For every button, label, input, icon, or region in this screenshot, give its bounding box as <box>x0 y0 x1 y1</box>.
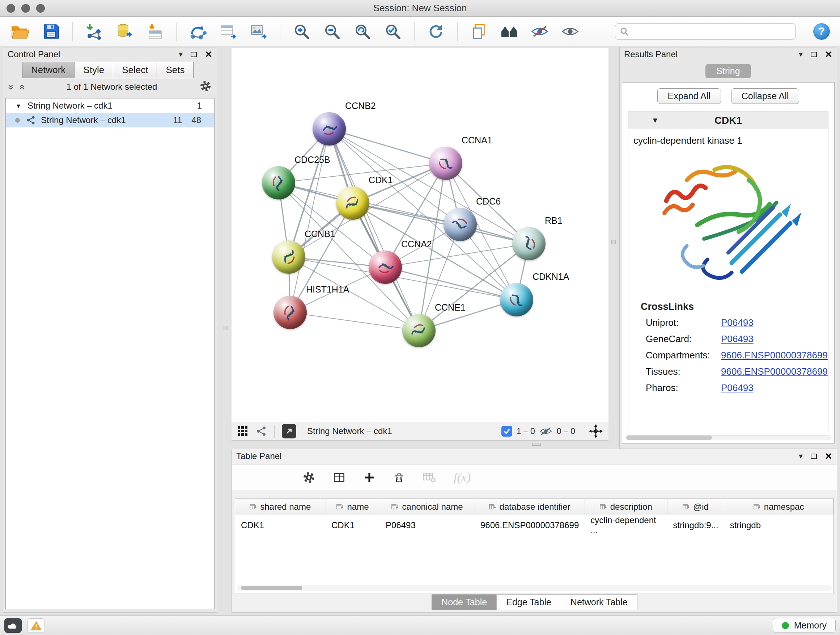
show-details-button[interactable] <box>559 20 581 43</box>
clone-network-button[interactable] <box>468 20 490 43</box>
open-session-button[interactable] <box>9 20 32 43</box>
tab-sets[interactable]: Sets <box>156 62 194 78</box>
network-node-HIST1H1A[interactable] <box>273 296 307 329</box>
column-header-canonical-name[interactable]: canonical name <box>380 499 475 515</box>
hide-details-button[interactable] <box>529 20 551 43</box>
column-header-shared-name[interactable]: shared name <box>235 499 325 515</box>
table-cell[interactable]: stringdb <box>724 515 834 535</box>
table-row[interactable]: CDK1CDK1P064939606.ENSP00000378699cyclin… <box>235 515 834 535</box>
crosslink-value-link[interactable]: 9606.ENSP00000378699 <box>721 366 828 377</box>
expand-all-button[interactable]: Expand All <box>657 88 721 104</box>
network-node-CDC25B[interactable] <box>262 166 295 200</box>
network-collection-row[interactable]: ▾ String Network – cdk1 1 <box>6 98 214 113</box>
table-settings-gear-icon[interactable] <box>302 471 316 484</box>
cloud-button[interactable] <box>4 618 22 633</box>
fit-content-crosshair-icon[interactable] <box>589 424 603 438</box>
zoom-selected-button[interactable] <box>382 20 404 43</box>
panel-float-icon[interactable] <box>811 52 817 57</box>
detach-view-icon[interactable] <box>282 424 296 439</box>
tab-network[interactable]: Network <box>22 62 74 78</box>
memory-button[interactable]: Memory <box>773 618 836 633</box>
tab-select[interactable]: Select <box>113 62 157 78</box>
splitter-handle[interactable] <box>532 443 541 446</box>
refresh-button[interactable] <box>425 20 447 43</box>
delete-table-icon[interactable] <box>423 471 436 484</box>
network-node-CCNB1[interactable] <box>272 241 305 274</box>
selected-checkbox-icon[interactable] <box>501 426 512 437</box>
crosslink-value-link[interactable]: P06493 <box>721 333 753 345</box>
column-header-database-identifier[interactable]: database identifier <box>475 499 584 515</box>
splitter-handle[interactable] <box>224 326 228 330</box>
panel-float-icon[interactable] <box>811 454 817 459</box>
tab-node-table[interactable]: Node Table <box>431 594 497 610</box>
export-image-button[interactable] <box>248 20 270 43</box>
panel-close-icon[interactable]: ✕ <box>205 50 212 59</box>
zoom-out-button[interactable] <box>321 20 343 43</box>
export-table-button[interactable] <box>217 20 240 43</box>
help-button[interactable]: ? <box>813 23 830 40</box>
tab-edge-table[interactable]: Edge Table <box>496 594 561 610</box>
panel-float-icon[interactable] <box>191 52 197 57</box>
tab-style[interactable]: Style <box>74 62 113 78</box>
warning-button[interactable] <box>27 618 45 633</box>
crosslink-value-link[interactable]: 9606.ENSP00000378699 <box>721 350 828 361</box>
protein-section-header[interactable]: ▼ CDK1 <box>628 112 828 129</box>
crosslink-value-link[interactable]: P06493 <box>721 317 753 328</box>
column-header-id[interactable]: @id <box>667 499 724 515</box>
panel-close-icon[interactable]: ✕ <box>825 452 832 461</box>
network-options-gear-icon[interactable] <box>199 80 212 94</box>
network-node-CDC6[interactable] <box>444 208 477 241</box>
table-horizontal-scrollbar[interactable] <box>237 585 832 591</box>
table-cell[interactable]: CDK1 <box>235 515 325 535</box>
collapse-all-button[interactable]: Collapse All <box>731 88 799 104</box>
hidden-eye-icon[interactable] <box>539 426 553 436</box>
network-row[interactable]: String Network – cdk1 11 48 <box>6 113 214 127</box>
panel-menu-icon[interactable]: ▾ <box>799 50 803 58</box>
network-overview-icon[interactable] <box>256 425 267 437</box>
tab-network-table[interactable]: Network Table <box>561 594 638 610</box>
zoom-in-button[interactable] <box>291 20 313 43</box>
network-node-CDK1[interactable] <box>336 187 369 220</box>
zoom-window-button[interactable] <box>36 4 45 13</box>
import-network-database-button[interactable] <box>113 20 136 43</box>
save-session-button[interactable] <box>40 20 62 43</box>
search-input[interactable] <box>633 27 791 36</box>
first-neighbors-button[interactable] <box>498 20 521 43</box>
add-column-icon[interactable] <box>363 471 376 484</box>
network-node-RB1[interactable] <box>512 227 546 260</box>
delete-column-icon[interactable] <box>393 471 405 484</box>
zoom-fit-button[interactable] <box>351 20 374 43</box>
new-network-button[interactable] <box>187 20 209 43</box>
table-cell[interactable]: P06493 <box>380 515 475 535</box>
column-header-description[interactable]: description <box>584 499 667 515</box>
splitter-handle[interactable] <box>611 240 616 244</box>
table-cell[interactable]: 9606.ENSP00000378699 <box>475 515 584 535</box>
panel-menu-icon[interactable]: ▾ <box>179 50 183 58</box>
panel-close-icon[interactable]: ✕ <box>825 50 832 59</box>
results-horizontal-scrollbar[interactable] <box>626 435 831 440</box>
show-columns-icon[interactable] <box>333 471 346 484</box>
network-canvas[interactable]: CCNB2CCNA1CDC25BCDK1CDC6RB1CCNB1CCNA2CDK… <box>232 48 608 422</box>
collapse-section-caret-icon[interactable]: ▼ <box>652 116 659 125</box>
minimize-window-button[interactable] <box>21 4 30 13</box>
close-window-button[interactable] <box>6 4 15 13</box>
table-cell[interactable]: stringdb:9... <box>667 515 724 535</box>
tab-string[interactable]: String <box>706 64 751 78</box>
import-network-button[interactable] <box>83 20 105 43</box>
column-header-name[interactable]: name <box>325 499 380 515</box>
network-node-CCNB2[interactable] <box>313 112 346 146</box>
column-header-namespac[interactable]: namespac <box>724 499 834 515</box>
crosslink-value-link[interactable]: P06493 <box>721 382 753 394</box>
birds-eye-grid-icon[interactable] <box>237 426 248 437</box>
table-cell[interactable]: cyclin-dependent ... <box>584 515 667 535</box>
network-node-CCNA1[interactable] <box>429 147 462 180</box>
panel-menu-icon[interactable]: ▾ <box>799 452 803 460</box>
import-table-button[interactable] <box>144 20 166 43</box>
expand-all-networks-icon[interactable]: » <box>6 84 16 89</box>
network-node-CCNA2[interactable] <box>369 250 402 284</box>
scrollbar-handle[interactable] <box>626 435 712 440</box>
function-builder-icon[interactable]: f(x) <box>454 470 471 485</box>
collection-caret-icon[interactable]: ▾ <box>17 101 20 110</box>
table-cell[interactable]: CDK1 <box>325 515 380 535</box>
network-node-CCNE1[interactable] <box>402 314 436 347</box>
